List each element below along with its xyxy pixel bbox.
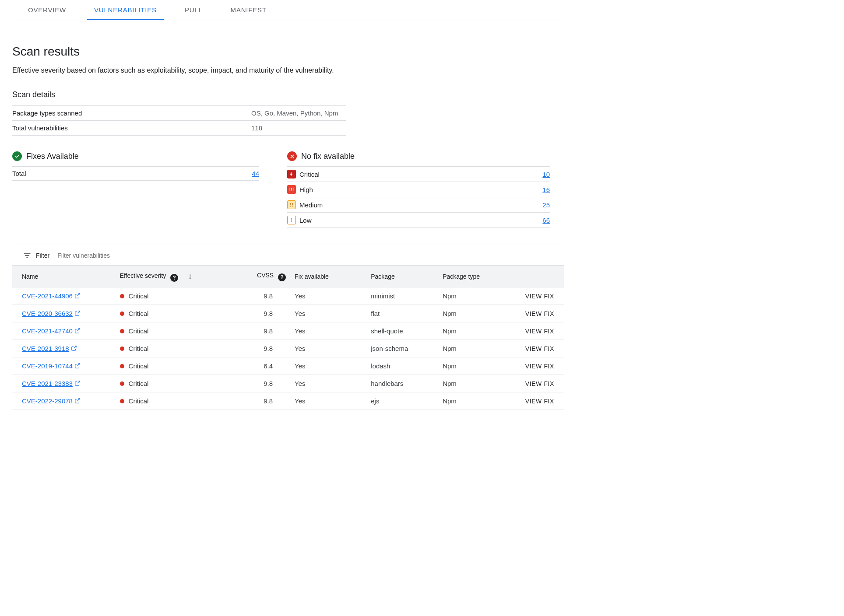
no-fix-table: Critical 10 !!! High 16 [287, 166, 550, 228]
no-fix-count-link[interactable]: 25 [542, 201, 550, 209]
table-row: CVE-2022-29078Critical9.8YesejsNpmVIEW F… [12, 392, 564, 410]
help-icon[interactable]: ? [170, 274, 178, 282]
package-type-value: Npm [438, 357, 514, 375]
col-action [514, 266, 564, 287]
external-link-icon [74, 363, 81, 369]
fix-available-value: Yes [290, 287, 366, 305]
scan-details-label: Total vulnerabilities [12, 121, 251, 136]
fixes-available-total-label: Total [12, 167, 174, 181]
package-type-value: Npm [438, 287, 514, 305]
package-type-value: Npm [438, 392, 514, 410]
package-type-value: Npm [438, 305, 514, 322]
no-fix-heading: No fix available [287, 151, 550, 161]
view-fix-button[interactable]: VIEW FIX [525, 310, 554, 317]
tab-manifest[interactable]: MANIFEST [231, 0, 267, 20]
severity-low-icon: ! [287, 216, 296, 224]
view-fix-button[interactable]: VIEW FIX [525, 293, 554, 300]
help-icon[interactable]: ? [278, 273, 286, 281]
no-fix-title: No fix available [301, 152, 355, 161]
no-fix-row: Critical 10 [287, 167, 550, 182]
external-link-icon [74, 293, 81, 299]
severity-text: Critical [129, 345, 149, 352]
external-link-icon [74, 398, 81, 404]
no-fix-row: !!! High 16 [287, 182, 550, 197]
vulnerabilities-table: Name Effective severity ? ↓ CVSS ? Fix a… [12, 265, 564, 410]
scan-details-row: Package types scanned OS, Go, Maven, Pyt… [12, 106, 346, 121]
cvss-value: 9.8 [232, 322, 290, 340]
severity-high-icon: !!! [287, 185, 296, 194]
col-cvss[interactable]: CVSS ? [232, 266, 290, 287]
severity-label: Critical [299, 171, 320, 178]
sort-desc-icon[interactable]: ↓ [188, 271, 192, 280]
table-row: CVE-2021-42740Critical9.8Yesshell-quoteN… [12, 322, 564, 340]
col-effective-severity[interactable]: Effective severity ? ↓ [116, 266, 232, 287]
external-link-icon [74, 328, 81, 334]
view-fix-button[interactable]: VIEW FIX [525, 363, 554, 370]
fix-available-value: Yes [290, 357, 366, 375]
package-value: ejs [366, 392, 438, 410]
close-circle-icon [287, 151, 297, 161]
cvss-value: 9.8 [232, 375, 290, 392]
tab-vulnerabilities[interactable]: VULNERABILITIES [94, 0, 157, 20]
tab-overview[interactable]: OVERVIEW [28, 0, 66, 20]
cve-link[interactable]: CVE-2021-44906 [22, 292, 73, 300]
col-name[interactable]: Name [12, 266, 116, 287]
external-link-icon [71, 345, 77, 351]
severity-bullet-icon [120, 329, 124, 333]
no-fix-count-link[interactable]: 10 [542, 171, 550, 178]
fix-available-value: Yes [290, 375, 366, 392]
tabs: OVERVIEW VULNERABILITIES PULL MANIFEST [12, 0, 564, 20]
tab-pull[interactable]: PULL [185, 0, 203, 20]
cve-link[interactable]: CVE-2021-42740 [22, 327, 73, 335]
fix-available-value: Yes [290, 322, 366, 340]
severity-label: Medium [299, 201, 323, 209]
severity-medium-icon: !! [287, 200, 296, 209]
severity-bullet-icon [120, 312, 124, 316]
fixes-available-row: Total 44 [12, 167, 259, 181]
no-fix-count-link[interactable]: 66 [542, 217, 550, 224]
table-row: CVE-2021-3918Critical9.8Yesjson-schemaNp… [12, 340, 564, 357]
col-fix-available[interactable]: Fix available [290, 266, 366, 287]
fixes-available-table: Total 44 [12, 166, 259, 181]
cve-link[interactable]: CVE-2021-3918 [22, 345, 69, 352]
fix-available-value: Yes [290, 392, 366, 410]
scan-details-table: Package types scanned OS, Go, Maven, Pyt… [12, 105, 346, 136]
scan-details-row: Total vulnerabilities 118 [12, 121, 346, 136]
cvss-value: 9.8 [232, 305, 290, 322]
view-fix-button[interactable]: VIEW FIX [525, 380, 554, 387]
package-type-value: Npm [438, 340, 514, 357]
package-value: lodash [366, 357, 438, 375]
col-package-type[interactable]: Package type [438, 266, 514, 287]
package-value: flat [366, 305, 438, 322]
fixes-available-heading: Fixes Available [12, 151, 259, 161]
page-subtitle: Effective severity based on factors such… [12, 66, 564, 74]
col-package[interactable]: Package [366, 266, 438, 287]
severity-text: Critical [129, 310, 149, 317]
cve-link[interactable]: CVE-2022-29078 [22, 397, 73, 405]
severity-label: High [299, 186, 313, 193]
no-fix-row: ! Low 66 [287, 213, 550, 228]
cve-link[interactable]: CVE-2019-10744 [22, 362, 73, 370]
cve-link[interactable]: CVE-2020-36632 [22, 310, 73, 317]
table-row: CVE-2021-44906Critical9.8YesminimistNpmV… [12, 287, 564, 305]
filter-input[interactable] [54, 252, 185, 259]
fixes-available-title: Fixes Available [26, 152, 79, 161]
view-fix-button[interactable]: VIEW FIX [525, 345, 554, 352]
cvss-value: 9.8 [232, 340, 290, 357]
scan-details-value: OS, Go, Maven, Python, Npm [251, 106, 346, 121]
package-value: json-schema [366, 340, 438, 357]
view-fix-button[interactable]: VIEW FIX [525, 328, 554, 335]
table-row: CVE-2019-10744Critical6.4YeslodashNpmVIE… [12, 357, 564, 375]
no-fix-count-link[interactable]: 16 [542, 186, 550, 193]
view-fix-button[interactable]: VIEW FIX [525, 398, 554, 405]
scan-details-label: Package types scanned [12, 106, 251, 121]
table-row: CVE-2020-36632Critical9.8YesflatNpmVIEW … [12, 305, 564, 322]
severity-text: Critical [129, 380, 149, 387]
fixes-available-total-link[interactable]: 44 [252, 170, 259, 177]
table-row: CVE-2021-23383Critical9.8YeshandlebarsNp… [12, 375, 564, 392]
severity-bullet-icon [120, 346, 124, 351]
severity-critical-icon [287, 170, 296, 178]
cve-link[interactable]: CVE-2021-23383 [22, 380, 73, 387]
no-fix-row: !! Medium 25 [287, 197, 550, 213]
filter-label: Filter [36, 252, 49, 259]
